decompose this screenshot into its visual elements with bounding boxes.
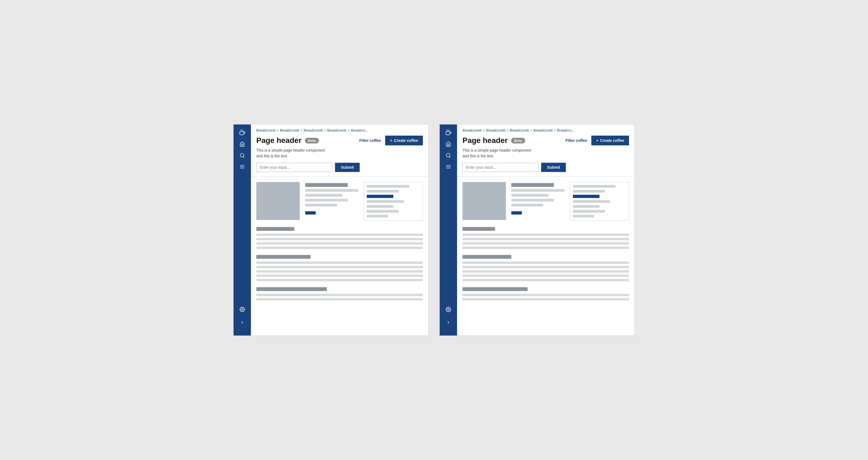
skeleton-line <box>256 294 423 296</box>
breadcrumb-item-r4[interactable]: Breadcrumb <box>533 128 553 132</box>
header-actions-right: Filter coffee + Create coffee <box>565 135 629 145</box>
create-coffee-button-right[interactable]: + Create coffee <box>591 135 629 145</box>
skeleton-bar <box>367 200 404 203</box>
breadcrumb-item-r1[interactable]: Breadcrumb <box>463 128 482 132</box>
card-image-left <box>256 182 300 220</box>
sidebar-icon-settings-r[interactable] <box>443 305 453 314</box>
breadcrumb-sep-3: › <box>324 128 326 132</box>
skeleton-bar <box>511 183 554 187</box>
create-prefix-right: + <box>596 138 598 143</box>
card-col-2-right <box>570 182 629 220</box>
svg-point-17 <box>448 309 449 310</box>
breadcrumb-item-1[interactable]: Breadcrumb <box>256 128 276 132</box>
filter-coffee-link-left[interactable]: Filter coffee <box>360 138 381 143</box>
create-prefix-left: + <box>390 138 392 143</box>
skeleton-bar <box>511 189 564 192</box>
skeleton-bar <box>573 200 610 203</box>
skeleton-line <box>256 234 423 236</box>
skeleton-bar <box>573 205 599 208</box>
breadcrumb-sep-1: › <box>277 128 278 132</box>
submit-button-right[interactable]: Submit <box>541 163 566 172</box>
skeleton-line <box>256 279 423 281</box>
text-input-left[interactable] <box>256 163 332 172</box>
skeleton-bar <box>511 199 554 202</box>
skeleton-line <box>256 262 423 264</box>
section-title-2-r <box>463 255 511 259</box>
breadcrumb-item-3[interactable]: Breadcrumb <box>304 128 323 132</box>
main-content-right: Breadcrumb › Breadcrumb › Breadcrumb › B… <box>457 124 634 336</box>
skeleton-line <box>463 262 629 264</box>
sidebar-icon-home-r[interactable] <box>443 139 453 149</box>
sidebar-icon-coffee[interactable] <box>237 128 247 137</box>
sidebar-icon-search-r[interactable] <box>443 151 453 160</box>
sidebar-icon-settings[interactable] <box>237 305 247 314</box>
input-row-left: Submit <box>256 163 423 172</box>
panel-left: Breadcrumb › Breadcrumb › Breadcrumb › B… <box>233 124 429 336</box>
sidebar-icon-expand-r[interactable] <box>443 317 453 327</box>
card-image-right <box>463 182 506 220</box>
skeleton-line <box>463 274 629 277</box>
skeleton-line <box>463 234 629 236</box>
sidebar-icon-menu-r[interactable] <box>443 162 453 172</box>
skeleton-bar <box>367 215 388 217</box>
page-title-right: Page header <box>463 136 508 145</box>
section-1-right <box>463 227 629 249</box>
create-coffee-button-left[interactable]: + Create coffee <box>385 135 423 145</box>
skeleton-line <box>463 266 629 268</box>
skeleton-bar <box>573 185 616 188</box>
skeleton-bar <box>573 210 605 213</box>
svg-line-13 <box>450 156 451 158</box>
skeleton-line <box>256 247 423 249</box>
skeleton-bar <box>367 210 399 213</box>
skeleton-line <box>256 242 423 245</box>
breadcrumb-item-r3[interactable]: Breadcrumb <box>510 128 529 132</box>
breadcrumb-item-r2[interactable]: Breadcrumb <box>486 128 505 132</box>
text-input-right[interactable] <box>463 163 538 172</box>
filter-coffee-link-right[interactable]: Filter coffee <box>565 138 587 143</box>
skeleton-line <box>463 247 629 249</box>
breadcrumb-sep-4: › <box>348 128 349 132</box>
sidebar-icon-home[interactable] <box>237 139 247 149</box>
skeleton-line <box>256 298 423 301</box>
skeleton-line <box>463 238 629 240</box>
skeleton-bar <box>367 190 399 192</box>
section-title-3 <box>256 287 327 291</box>
section-2-left <box>256 255 423 281</box>
sidebar-icon-search[interactable] <box>237 151 247 160</box>
skeleton-line <box>256 266 423 268</box>
svg-point-8 <box>242 309 243 310</box>
create-label-right: Create coffee <box>600 138 624 143</box>
sidebar-icon-expand[interactable] <box>237 317 247 327</box>
skeleton-line <box>463 294 629 296</box>
header-section-right: Breadcrumb › Breadcrumb › Breadcrumb › B… <box>457 124 634 177</box>
breadcrumb-sep-r4: › <box>554 128 555 132</box>
skeleton-line <box>256 274 423 277</box>
skeleton-line <box>463 242 629 245</box>
page-header-row-right: Page header Beta Filter coffee + Create … <box>463 135 629 145</box>
breadcrumb-item-5[interactable]: Breadcru... <box>351 128 368 132</box>
sidebar-icon-coffee-r[interactable] <box>443 128 453 137</box>
breadcrumb-sep-r1: › <box>484 128 485 132</box>
card-row-left <box>256 182 423 220</box>
beta-badge-right: Beta <box>511 138 525 144</box>
create-label-left: Create coffee <box>394 138 418 143</box>
submit-button-left[interactable]: Submit <box>335 163 360 172</box>
section-2-right <box>463 255 629 281</box>
breadcrumb-item-r5[interactable]: Breadcru... <box>557 128 575 132</box>
page-header-right-group: Page header Beta <box>463 136 525 145</box>
breadcrumb-item-2[interactable]: Breadcrumb <box>280 128 299 132</box>
content-area-left <box>251 177 428 336</box>
sidebar-icon-menu[interactable] <box>237 162 247 172</box>
skeleton-bar-blue <box>305 211 316 215</box>
skeleton-bar <box>573 215 594 217</box>
breadcrumb-item-4[interactable]: Breadcrumb <box>327 128 346 132</box>
skeleton-bar-blue <box>367 195 393 198</box>
skeleton-bar <box>305 189 358 192</box>
skeleton-bar-blue <box>511 211 522 215</box>
section-title-3-r <box>463 287 528 291</box>
sidebar-right <box>440 124 457 336</box>
page-description-left: This is a simple page header component a… <box>256 148 423 159</box>
beta-badge-left: Beta <box>305 138 319 144</box>
skeleton-line <box>463 298 629 301</box>
section-1-left <box>256 227 423 249</box>
